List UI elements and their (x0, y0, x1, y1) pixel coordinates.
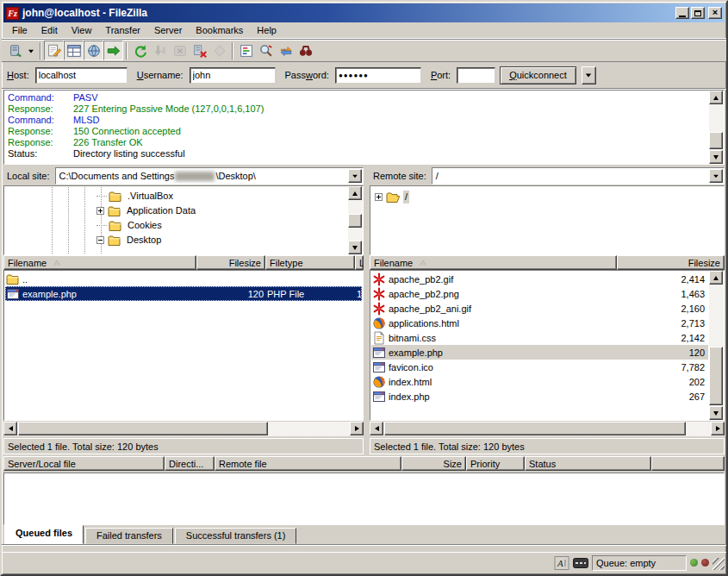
menu-item-bookmarks[interactable]: Bookmarks (189, 23, 250, 37)
expand-icon[interactable] (375, 193, 383, 201)
remote-site-combo[interactable]: / (432, 167, 725, 185)
menu-item-file[interactable]: File (5, 23, 34, 37)
column-header-remote-file[interactable]: Remote file (215, 456, 401, 471)
scroll-down-icon[interactable] (709, 406, 723, 420)
directory-listing-filters-icon[interactable] (236, 41, 256, 60)
panel-splitter[interactable] (364, 166, 370, 454)
site-manager-icon[interactable] (5, 41, 25, 60)
remote-site-dropdown-icon[interactable] (709, 169, 723, 183)
remote-list-scrollbar[interactable] (709, 271, 724, 420)
column-header-status[interactable]: Status (525, 456, 651, 471)
toggle-remote-tree-icon[interactable] (84, 41, 103, 60)
local-list-header: FilenameFilesizeFiletypeL (3, 255, 364, 270)
synchronized-browsing-icon[interactable] (276, 41, 296, 60)
scroll-left-icon[interactable] (370, 422, 383, 435)
close-button[interactable]: × (708, 7, 722, 19)
local-tree-item[interactable]: .VirtualBox (96, 189, 175, 203)
scroll-left-icon[interactable] (3, 422, 17, 435)
file-row-example-php[interactable]: example.php120 (371, 345, 708, 360)
speed-limits-icon[interactable] (573, 556, 588, 570)
find-files-icon[interactable] (296, 41, 315, 60)
toggle-transfer-queue-icon[interactable] (103, 41, 123, 60)
menu-item-help[interactable]: Help (250, 23, 283, 37)
tab-queued-files[interactable]: Queued files (4, 525, 84, 544)
ascii-data-type-icon[interactable]: A (554, 556, 569, 570)
file-row-apache-pb2-gif[interactable]: apache_pb2.gif2,414 (371, 272, 708, 286)
local-site-combo[interactable]: C:\Documents and Settings\Desktop\ (55, 167, 364, 185)
scroll-up-icon[interactable] (709, 271, 723, 285)
file-row-bitnami-css[interactable]: bitnami.css2,142 (371, 330, 708, 345)
toggle-message-log-icon[interactable] (44, 41, 64, 60)
remote-scroll-thumb[interactable] (709, 347, 723, 405)
file-row-applications-html[interactable]: applications.html2,713 (371, 316, 708, 330)
menu-item-server[interactable]: Server (147, 23, 189, 37)
column-header-filetype[interactable]: Filetype (265, 255, 355, 270)
scroll-down-icon[interactable] (709, 150, 723, 164)
file-row-example-php[interactable]: example.php120PHP File1 (5, 286, 362, 301)
maximize-button[interactable] (691, 7, 705, 19)
menu-item-view[interactable]: View (65, 23, 99, 37)
port-input[interactable] (457, 67, 495, 84)
site-manager-dropdown-icon[interactable] (25, 41, 37, 60)
file-row-apache-pb2-png[interactable]: apache_pb2.png1,463 (371, 286, 708, 301)
folder-icon (108, 234, 121, 247)
local-list-hscrollbar[interactable] (3, 422, 364, 436)
column-header-filename[interactable]: Filename (3, 255, 196, 270)
scroll-up-icon[interactable] (348, 186, 362, 200)
scroll-right-icon[interactable] (350, 422, 364, 435)
remote-list-hscrollbar[interactable] (370, 422, 725, 436)
file-row--[interactable]: .. (5, 272, 362, 286)
column-header-size[interactable]: Size (401, 456, 466, 471)
sort-ascending-icon (420, 260, 426, 266)
column-header-directi-[interactable]: Directi... (165, 456, 215, 471)
filezilla-window: Fz john@localhost - FileZilla × FileEdit… (0, 0, 728, 576)
file-row-index-php[interactable]: index.php267 (371, 389, 708, 404)
reconnect-icon[interactable] (209, 41, 229, 60)
log-scroll-thumb[interactable] (709, 132, 723, 149)
scroll-right-icon[interactable] (711, 422, 725, 435)
remote-file-list: apache_pb2.gif2,414apache_pb2.png1,463ap… (370, 270, 725, 421)
expand-icon[interactable] (96, 207, 104, 215)
column-header-priority[interactable]: Priority (466, 456, 525, 471)
tab-failed-transfers[interactable]: Failed transfers (85, 528, 173, 544)
log-line: Response:150 Connection accepted (8, 126, 708, 137)
host-input[interactable] (35, 67, 128, 84)
local-tree-item[interactable]: Cookies (96, 218, 164, 233)
directory-comparison-icon[interactable] (256, 41, 276, 60)
column-header-l[interactable]: L (355, 255, 364, 270)
recv-led-icon (690, 559, 698, 567)
menu-item-transfer[interactable]: Transfer (98, 23, 147, 37)
process-queue-icon[interactable] (150, 41, 170, 60)
cancel-operation-icon[interactable] (170, 41, 190, 60)
resize-grip[interactable] (712, 558, 725, 570)
remote-hscroll-thumb[interactable] (384, 422, 686, 435)
file-row-favicon-ico[interactable]: favicon.ico7,782 (371, 360, 708, 374)
local-tree-item[interactable]: Desktop (96, 233, 163, 247)
file-row-apache-pb2-ani-gif[interactable]: apache_pb2_ani.gif2,160 (371, 301, 708, 316)
minimize-button[interactable] (675, 7, 689, 19)
column-header-server-local-file[interactable]: Server/Local file (3, 456, 165, 471)
local-tree-scrollbar[interactable] (348, 186, 363, 254)
quickconnect-button[interactable]: Quickconnect (500, 66, 576, 85)
scroll-up-icon[interactable] (709, 91, 723, 104)
refresh-icon[interactable] (130, 41, 150, 60)
password-input[interactable] (335, 67, 421, 84)
tab-successful-transfers-1-[interactable]: Successful transfers (1) (175, 528, 297, 544)
remote-tree-item[interactable]: / (375, 190, 409, 204)
column-header-filename[interactable]: Filename (370, 255, 617, 270)
username-input[interactable] (190, 67, 276, 84)
local-tree-item[interactable]: Application Data (96, 203, 197, 218)
toggle-local-tree-icon[interactable] (64, 41, 84, 60)
file-row-index-html[interactable]: index.html202 (371, 374, 708, 389)
column-header-filesize[interactable]: Filesize (196, 255, 265, 270)
menu-item-edit[interactable]: Edit (34, 23, 65, 37)
scroll-down-icon[interactable] (348, 241, 362, 254)
local-tree-scroll-thumb[interactable] (348, 214, 362, 228)
log-scrollbar[interactable] (709, 91, 724, 164)
quickconnect-dropdown-button[interactable] (582, 66, 596, 85)
local-site-dropdown-icon[interactable] (348, 169, 362, 183)
column-header-filesize[interactable]: Filesize (617, 255, 725, 270)
local-hscroll-thumb[interactable] (18, 422, 268, 435)
disconnect-icon[interactable] (190, 41, 209, 60)
collapse-icon[interactable] (96, 236, 104, 244)
